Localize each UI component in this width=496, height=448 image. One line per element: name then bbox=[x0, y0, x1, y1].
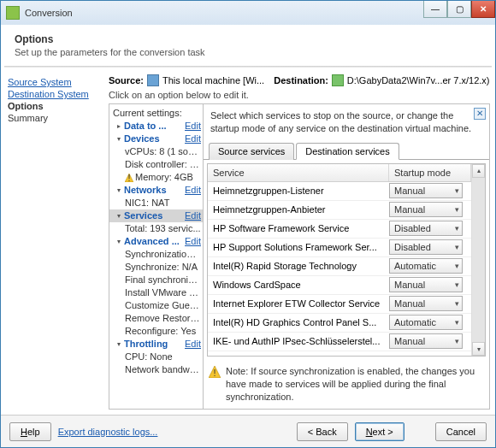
tree-install-vmware[interactable]: Install VMware T... bbox=[109, 286, 203, 299]
startup-mode-dropdown[interactable]: Manual bbox=[389, 202, 463, 217]
service-name: Heimnetzgruppen-Listener bbox=[208, 186, 389, 196]
startup-mode-dropdown[interactable]: Manual bbox=[389, 333, 463, 349]
collapse-icon[interactable] bbox=[115, 212, 122, 220]
service-name: Heimnetzgruppen-Anbieter bbox=[208, 204, 389, 215]
tree-services-total[interactable]: Total: 193 servic... bbox=[109, 222, 203, 235]
pane-close-button[interactable]: ✕ bbox=[474, 108, 486, 120]
tree-disk-controller[interactable]: Disk controller: S... bbox=[109, 158, 203, 171]
nav-source-system[interactable]: Source System bbox=[8, 76, 103, 88]
scrollbar[interactable]: ▴ ▾ bbox=[471, 164, 485, 357]
app-icon bbox=[6, 6, 20, 20]
service-name: Intel(R) Rapid Storage Technology bbox=[208, 261, 389, 271]
destination-label: Destination: bbox=[274, 75, 328, 85]
expand-icon[interactable] bbox=[115, 122, 122, 130]
startup-mode-dropdown[interactable]: Automatic bbox=[389, 258, 463, 274]
edit-link[interactable]: Edit bbox=[183, 133, 201, 145]
services-tabs: Source services Destination services bbox=[204, 142, 489, 160]
startup-mode-dropdown[interactable]: Disabled bbox=[389, 221, 463, 236]
tree-vcpus[interactable]: vCPUs: 8 (1 sock... bbox=[109, 145, 203, 158]
back-button[interactable]: < Back bbox=[297, 422, 348, 441]
service-row[interactable]: IKE- und AuthIP IPsec-Schlüsselerstel...… bbox=[208, 333, 471, 351]
wizard-nav: Source System Destination System Options… bbox=[6, 73, 105, 410]
help-button[interactable]: Help bbox=[9, 422, 51, 441]
startup-mode-dropdown[interactable]: Manual bbox=[389, 183, 463, 198]
startup-mode-dropdown[interactable]: Manual bbox=[389, 277, 463, 292]
tree-network-bandwidth[interactable]: Network bandwid... bbox=[109, 363, 203, 376]
collapse-icon[interactable] bbox=[115, 238, 122, 245]
export-diagnostic-logs-link[interactable]: Export diagnostic logs... bbox=[58, 427, 158, 437]
page-title: Options bbox=[15, 33, 481, 45]
service-row[interactable]: Heimnetzgruppen-ListenerManual bbox=[208, 182, 471, 201]
edit-link[interactable]: Edit bbox=[183, 120, 201, 133]
tree-synchronization[interactable]: Synchronization: ... bbox=[109, 248, 203, 261]
service-name: IKE- und AuthIP IPsec-Schlüsselerstel... bbox=[208, 336, 389, 346]
service-row[interactable]: Intel(R) Rapid Storage TechnologyAutomat… bbox=[208, 257, 471, 276]
maximize-button[interactable]: ▢ bbox=[447, 1, 471, 18]
collapse-icon[interactable] bbox=[115, 340, 122, 348]
tree-synchronize[interactable]: Synchronize: N/A bbox=[109, 261, 203, 274]
cancel-button[interactable]: Cancel bbox=[435, 422, 487, 441]
nav-destination-system[interactable]: Destination System bbox=[8, 88, 103, 100]
destination-value: D:\GabyData2\Win7v...er 7.x/12.x) bbox=[347, 75, 490, 85]
svg-text:!: ! bbox=[127, 174, 130, 182]
service-name: HP Support Solutions Framework Ser... bbox=[208, 242, 389, 252]
startup-mode-dropdown[interactable]: Manual bbox=[389, 296, 463, 311]
service-row[interactable]: Windows CardSpaceManual bbox=[208, 276, 471, 295]
service-row[interactable]: Intel(R) HD Graphics Control Panel S...A… bbox=[208, 314, 471, 333]
collapse-icon[interactable] bbox=[115, 186, 122, 194]
tree-final-sync[interactable]: Final synchroniza... bbox=[109, 274, 203, 286]
scroll-thumb[interactable] bbox=[472, 178, 485, 343]
tree-nic1[interactable]: NIC1: NAT bbox=[109, 197, 203, 209]
tab-destination-services[interactable]: Destination services bbox=[296, 143, 399, 160]
minimize-button[interactable]: — bbox=[423, 1, 447, 18]
services-instruction: Select which services to stop on the sou… bbox=[204, 104, 489, 140]
tree-services[interactable]: Services Edit bbox=[109, 209, 203, 222]
tree-networks[interactable]: Networks Edit bbox=[109, 184, 203, 197]
close-button[interactable]: ✕ bbox=[471, 1, 495, 18]
scroll-down-button[interactable]: ▾ bbox=[472, 342, 485, 356]
startup-mode-dropdown[interactable]: Automatic bbox=[389, 315, 463, 330]
tree-throttling[interactable]: Throttling Edit bbox=[109, 338, 203, 351]
services-grid[interactable]: Service Startup mode Heimnetzgruppen-Lis… bbox=[207, 163, 486, 357]
service-row[interactable]: HP Software Framework ServiceDisabled bbox=[208, 220, 471, 239]
col-startup-mode[interactable]: Startup mode bbox=[389, 164, 471, 181]
collapse-icon[interactable] bbox=[115, 135, 122, 143]
next-button[interactable]: Next > bbox=[355, 422, 404, 441]
tree-devices[interactable]: Devices Edit bbox=[109, 133, 203, 145]
computer-icon bbox=[147, 74, 159, 86]
tab-source-services[interactable]: Source services bbox=[209, 143, 294, 160]
service-row[interactable]: Heimnetzgruppen-AnbieterManual bbox=[208, 201, 471, 220]
tree-customize-guest[interactable]: Customize Guest... bbox=[109, 299, 203, 312]
click-hint: Click on an option below to edit it. bbox=[109, 90, 490, 103]
source-value: This local machine [Wi... bbox=[162, 75, 264, 85]
service-name: HP Software Framework Service bbox=[208, 223, 389, 233]
edit-link[interactable]: Edit bbox=[183, 184, 201, 197]
page-subtitle: Set up the parameters for the conversion… bbox=[15, 47, 481, 57]
edit-link[interactable]: Edit bbox=[183, 338, 201, 351]
warning-icon: ! bbox=[209, 366, 221, 378]
tree-memory[interactable]: ! Memory: 4GB bbox=[109, 171, 203, 184]
scroll-up-button[interactable]: ▴ bbox=[472, 164, 485, 178]
tree-title: Current settings: bbox=[109, 106, 203, 120]
edit-link[interactable]: Edit bbox=[183, 209, 201, 222]
settings-tree[interactable]: Current settings: Data to ... Edit Devic… bbox=[109, 104, 204, 409]
titlebar: Conversion — ▢ ✕ bbox=[1, 1, 495, 25]
nav-options[interactable]: Options bbox=[8, 100, 103, 112]
tree-advanced[interactable]: Advanced ... Edit bbox=[109, 235, 203, 248]
service-row[interactable]: HP Support Solutions Framework Ser...Dis… bbox=[208, 239, 471, 257]
source-destination-line: Source: This local machine [Wi... Destin… bbox=[109, 73, 490, 90]
tree-data[interactable]: Data to ... Edit bbox=[109, 120, 203, 133]
grid-header: Service Startup mode bbox=[208, 164, 471, 182]
service-row[interactable]: Internet Explorer ETW Collector ServiceM… bbox=[208, 295, 471, 314]
tree-remove-restore[interactable]: Remove Restore... bbox=[109, 312, 203, 325]
disk-icon bbox=[332, 74, 344, 86]
service-name: Windows CardSpace bbox=[208, 280, 389, 290]
col-service[interactable]: Service bbox=[208, 164, 389, 181]
edit-link[interactable]: Edit bbox=[183, 235, 201, 248]
tree-cpu[interactable]: CPU: None bbox=[109, 351, 203, 363]
startup-mode-dropdown[interactable]: Disabled bbox=[389, 239, 463, 255]
svg-text:!: ! bbox=[213, 368, 216, 378]
nav-summary[interactable]: Summary bbox=[8, 112, 103, 124]
tree-reconfigure[interactable]: Reconfigure: Yes bbox=[109, 325, 203, 338]
service-name: Internet Explorer ETW Collector Service bbox=[208, 298, 389, 309]
